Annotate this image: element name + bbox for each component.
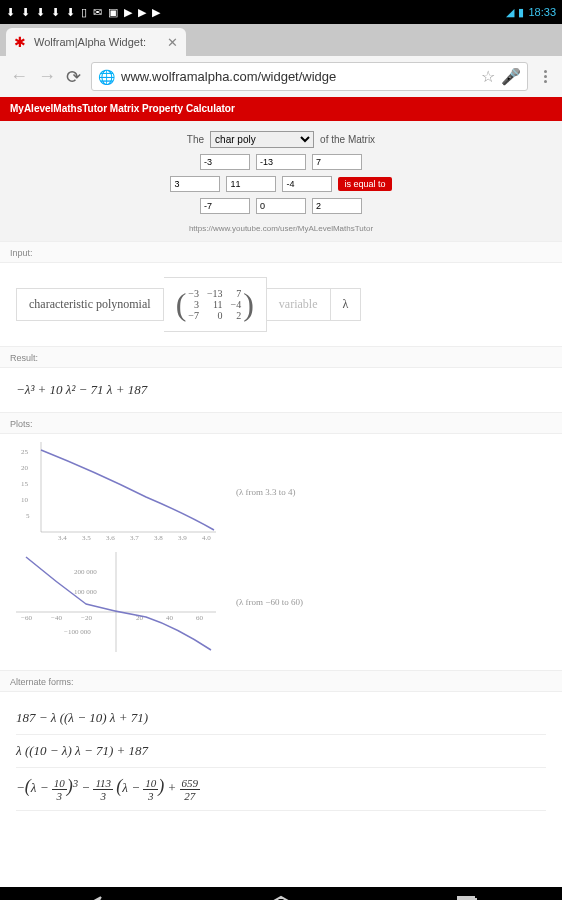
svg-text:−40: −40 xyxy=(51,614,62,622)
matrix-r1c2[interactable] xyxy=(256,154,306,170)
download-icon: ⬇ xyxy=(51,6,60,19)
matrix-r2c3[interactable] xyxy=(282,176,332,192)
alternate-forms: 187 − λ ((λ − 10) λ + 71) λ ((10 − λ) λ … xyxy=(0,692,562,821)
svg-text:10: 10 xyxy=(21,496,29,504)
back-button[interactable]: ← xyxy=(10,66,28,87)
picture-icon: ▣ xyxy=(108,6,118,19)
matrix-r1c1[interactable] xyxy=(200,154,250,170)
home-nav-icon[interactable] xyxy=(268,895,294,900)
android-navbar xyxy=(0,887,562,900)
svg-text:200 000: 200 000 xyxy=(74,568,97,576)
svg-text:40: 40 xyxy=(166,614,174,622)
svg-text:4.0: 4.0 xyxy=(202,534,211,542)
clock: 18:33 xyxy=(528,6,556,18)
svg-text:3.8: 3.8 xyxy=(154,534,163,542)
result-expression: −λ³ + 10 λ² − 71 λ + 187 xyxy=(0,368,562,412)
mic-icon[interactable]: 🎤 xyxy=(501,67,521,86)
download-icon: ⬇ xyxy=(66,6,75,19)
matrix-r2c1[interactable] xyxy=(170,176,220,192)
section-plots: Plots: xyxy=(0,412,562,434)
label-the: The xyxy=(187,134,204,145)
globe-icon: 🌐 xyxy=(98,69,115,85)
input-interpretation: characteristic polynomial ( −3−137 311−4… xyxy=(0,263,562,346)
widget-title: MyAlevelMathsTutor Matrix Property Calcu… xyxy=(0,97,562,121)
cell-variable: variable xyxy=(267,288,331,321)
download-icon: ⬇ xyxy=(21,6,30,19)
phone-icon: ▯ xyxy=(81,6,87,19)
back-nav-icon[interactable] xyxy=(81,895,107,900)
svg-text:60: 60 xyxy=(196,614,204,622)
equal-badge[interactable]: is equal to xyxy=(338,177,391,191)
svg-text:3.6: 3.6 xyxy=(106,534,115,542)
svg-text:15: 15 xyxy=(21,480,29,488)
section-input: Input: xyxy=(0,241,562,263)
matrix-r2c2[interactable] xyxy=(226,176,276,192)
plot-2: 200 000100 000−100 000 −60−40−20 204060 xyxy=(16,552,216,652)
alt-form-3: −(λ − 103)3 − 1133 (λ − 103) + 65927 xyxy=(16,768,546,811)
forward-button[interactable]: → xyxy=(38,66,56,87)
url-text: www.wolframalpha.com/widget/widge xyxy=(121,69,475,84)
label-ofmatrix: of the Matrix xyxy=(320,134,375,145)
reload-button[interactable]: ⟳ xyxy=(66,66,81,88)
mail-icon: ✉ xyxy=(93,6,102,19)
plot2-caption: (λ from −60 to 60) xyxy=(236,597,303,607)
youtube-link[interactable]: https://www.youtube.com/user/MyALevelMat… xyxy=(189,224,373,233)
browser-chrome: ✱ Wolfram|Alpha Widget: ✕ ← → ⟳ 🌐 www.wo… xyxy=(0,24,562,97)
matrix-r3c1[interactable] xyxy=(200,198,250,214)
svg-text:−100 000: −100 000 xyxy=(64,628,91,636)
widget-body: The char poly of the Matrix is equal to xyxy=(0,121,562,241)
svg-text:−60: −60 xyxy=(21,614,32,622)
matrix-r3c3[interactable] xyxy=(312,198,362,214)
download-icon: ⬇ xyxy=(6,6,15,19)
alt-form-1: 187 − λ ((λ − 10) λ + 71) xyxy=(16,702,546,735)
matrix-r1c3[interactable] xyxy=(312,154,362,170)
svg-text:3.4: 3.4 xyxy=(58,534,67,542)
url-bar[interactable]: 🌐 www.wolframalpha.com/widget/widge ☆ 🎤 xyxy=(91,62,528,91)
svg-text:20: 20 xyxy=(21,464,29,472)
plots-area: 252015 105 3.43.53.6 3.73.83.94.0 (λ fro… xyxy=(0,434,562,670)
svg-text:100 000: 100 000 xyxy=(74,588,97,596)
svg-text:−20: −20 xyxy=(81,614,92,622)
star-icon[interactable]: ☆ xyxy=(481,67,495,86)
cell-matrix: ( −3−137 311−4 −702 ) xyxy=(164,277,267,332)
wifi-icon: ◢ xyxy=(506,6,514,19)
plot-1: 252015 105 3.43.53.6 3.73.83.94.0 xyxy=(16,442,216,542)
section-result: Result: xyxy=(0,346,562,368)
plot1-caption: (λ from 3.3 to 4) xyxy=(236,487,296,497)
svg-text:25: 25 xyxy=(21,448,29,456)
section-altforms: Alternate forms: xyxy=(0,670,562,692)
tab-title: Wolfram|Alpha Widget: xyxy=(34,36,146,48)
svg-text:3.5: 3.5 xyxy=(82,534,91,542)
svg-text:3.7: 3.7 xyxy=(130,534,139,542)
browser-tab[interactable]: ✱ Wolfram|Alpha Widget: ✕ xyxy=(6,28,186,56)
property-select[interactable]: char poly xyxy=(210,131,314,148)
menu-button[interactable] xyxy=(538,70,552,83)
cell-lambda: λ xyxy=(331,288,362,321)
play-icon: ▶ xyxy=(152,6,160,19)
android-statusbar: ⬇ ⬇ ⬇ ⬇ ⬇ ▯ ✉ ▣ ▶ ▶ ▶ ◢ ▮ 18:33 xyxy=(0,0,562,24)
alt-form-2: λ ((10 − λ) λ − 71) + 187 xyxy=(16,735,546,768)
play-icon: ▶ xyxy=(138,6,146,19)
page-content: MyAlevelMathsTutor Matrix Property Calcu… xyxy=(0,97,562,887)
close-icon[interactable]: ✕ xyxy=(167,35,178,50)
battery-icon: ▮ xyxy=(518,6,524,19)
matrix-r3c2[interactable] xyxy=(256,198,306,214)
recent-nav-icon[interactable] xyxy=(455,895,481,900)
download-icon: ⬇ xyxy=(36,6,45,19)
play-icon: ▶ xyxy=(124,6,132,19)
svg-text:5: 5 xyxy=(26,512,30,520)
favicon-icon: ✱ xyxy=(14,35,28,49)
svg-text:3.9: 3.9 xyxy=(178,534,187,542)
cell-charpoly: characteristic polynomial xyxy=(16,288,164,321)
